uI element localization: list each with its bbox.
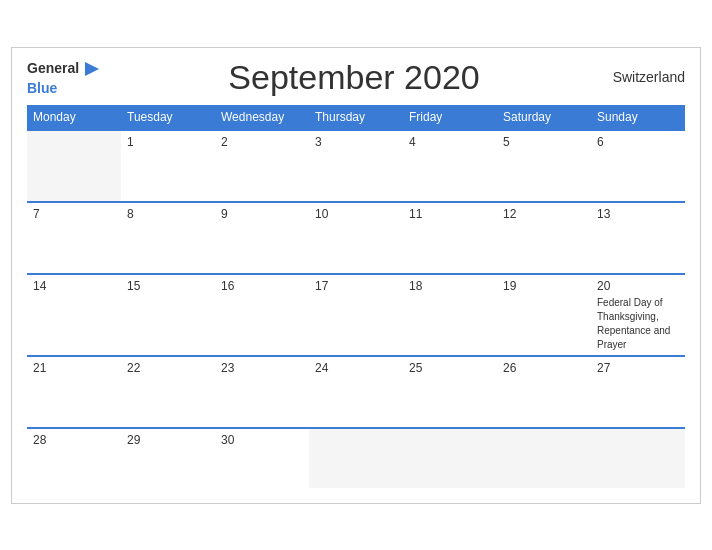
day-number: 20 (597, 279, 679, 293)
calendar-cell: 8 (121, 202, 215, 274)
calendar-header-row: MondayTuesdayWednesdayThursdayFridaySatu… (27, 105, 685, 130)
day-number: 1 (127, 135, 209, 149)
calendar-cell: 26 (497, 356, 591, 428)
calendar-cell: 28 (27, 428, 121, 488)
day-number: 19 (503, 279, 585, 293)
day-header-thursday: Thursday (309, 105, 403, 130)
calendar-cell: 10 (309, 202, 403, 274)
day-number: 21 (33, 361, 115, 375)
calendar-cell: 19 (497, 274, 591, 356)
day-number: 22 (127, 361, 209, 375)
day-number: 23 (221, 361, 303, 375)
calendar-cell: 6 (591, 130, 685, 202)
day-number: 4 (409, 135, 491, 149)
calendar-cell: 2 (215, 130, 309, 202)
calendar-cell: 17 (309, 274, 403, 356)
day-number: 11 (409, 207, 491, 221)
calendar-cell: 13 (591, 202, 685, 274)
calendar-cell: 30 (215, 428, 309, 488)
calendar-cell (591, 428, 685, 488)
calendar-cell: 29 (121, 428, 215, 488)
day-number: 18 (409, 279, 491, 293)
day-number: 26 (503, 361, 585, 375)
calendar-cell: 25 (403, 356, 497, 428)
calendar-cell: 16 (215, 274, 309, 356)
day-number: 14 (33, 279, 115, 293)
day-number: 3 (315, 135, 397, 149)
day-number: 16 (221, 279, 303, 293)
calendar-cell: 1 (121, 130, 215, 202)
calendar-cell: 27 (591, 356, 685, 428)
day-header-monday: Monday (27, 105, 121, 130)
calendar-cell: 20Federal Day of Thanksgiving, Repentanc… (591, 274, 685, 356)
country-label: Switzerland (605, 69, 685, 85)
svg-marker-0 (85, 62, 99, 76)
day-number: 13 (597, 207, 679, 221)
day-header-wednesday: Wednesday (215, 105, 309, 130)
calendar-cell: 3 (309, 130, 403, 202)
day-number: 15 (127, 279, 209, 293)
day-header-tuesday: Tuesday (121, 105, 215, 130)
calendar-cell: 23 (215, 356, 309, 428)
day-number: 9 (221, 207, 303, 221)
calendar-cell: 24 (309, 356, 403, 428)
day-header-saturday: Saturday (497, 105, 591, 130)
day-number: 12 (503, 207, 585, 221)
calendar-week-row: 21222324252627 (27, 356, 685, 428)
calendar-cell: 18 (403, 274, 497, 356)
calendar-cell (309, 428, 403, 488)
calendar-cell: 15 (121, 274, 215, 356)
holiday-text: Federal Day of Thanksgiving, Repentance … (597, 297, 670, 350)
calendar-cell: 7 (27, 202, 121, 274)
calendar-week-row: 78910111213 (27, 202, 685, 274)
calendar-week-row: 123456 (27, 130, 685, 202)
day-number: 7 (33, 207, 115, 221)
day-number: 28 (33, 433, 115, 447)
day-number: 24 (315, 361, 397, 375)
day-header-sunday: Sunday (591, 105, 685, 130)
calendar-grid: MondayTuesdayWednesdayThursdayFridaySatu… (27, 105, 685, 488)
calendar-body: 1234567891011121314151617181920Federal D… (27, 130, 685, 488)
day-number: 6 (597, 135, 679, 149)
day-number: 8 (127, 207, 209, 221)
calendar-week-row: 14151617181920Federal Day of Thanksgivin… (27, 274, 685, 356)
day-number: 2 (221, 135, 303, 149)
logo-blue: Blue (27, 80, 103, 97)
calendar-header: General Blue September 2020 Switzerland (27, 58, 685, 97)
calendar-cell: 5 (497, 130, 591, 202)
calendar-cell (403, 428, 497, 488)
calendar-cell: 22 (121, 356, 215, 428)
calendar-cell: 14 (27, 274, 121, 356)
logo-flag-icon (81, 58, 103, 80)
calendar-cell (27, 130, 121, 202)
logo-area: General Blue (27, 58, 103, 97)
calendar-week-row: 282930 (27, 428, 685, 488)
calendar-cell (497, 428, 591, 488)
day-number: 5 (503, 135, 585, 149)
calendar-cell: 12 (497, 202, 591, 274)
day-header-friday: Friday (403, 105, 497, 130)
calendar-cell: 9 (215, 202, 309, 274)
day-number: 27 (597, 361, 679, 375)
calendar-title: September 2020 (103, 58, 605, 97)
day-number: 17 (315, 279, 397, 293)
day-number: 29 (127, 433, 209, 447)
day-number: 10 (315, 207, 397, 221)
calendar-cell: 4 (403, 130, 497, 202)
logo-general: General (27, 60, 79, 77)
calendar-cell: 21 (27, 356, 121, 428)
calendar-container: General Blue September 2020 Switzerland … (11, 47, 701, 504)
day-number: 30 (221, 433, 303, 447)
calendar-cell: 11 (403, 202, 497, 274)
day-number: 25 (409, 361, 491, 375)
